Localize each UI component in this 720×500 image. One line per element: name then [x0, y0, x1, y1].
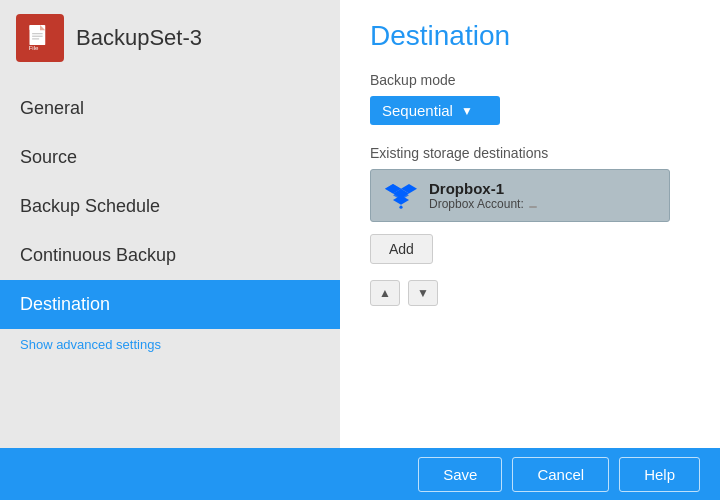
svg-point-13 — [399, 205, 402, 208]
sidebar-item-source[interactable]: Source — [0, 133, 340, 182]
show-advanced-settings-link[interactable]: Show advanced settings — [0, 329, 340, 360]
app-icon: File — [16, 14, 64, 62]
chevron-down-icon: ▼ — [461, 104, 473, 118]
sidebar-header: File BackupSet-3 — [0, 0, 340, 76]
panel-title: Destination — [370, 20, 690, 52]
sidebar-nav: General Source Backup Schedule Continuou… — [0, 84, 340, 360]
backup-mode-dropdown[interactable]: Sequential ▼ — [370, 96, 500, 125]
move-up-button[interactable]: ▲ — [370, 280, 400, 306]
add-storage-button[interactable]: Add — [370, 234, 433, 264]
account-value-blurred — [529, 206, 537, 208]
storage-info: Dropbox-1 Dropbox Account: — [429, 180, 537, 211]
storage-account: Dropbox Account: — [429, 197, 537, 211]
move-down-button[interactable]: ▼ — [408, 280, 438, 306]
sidebar-item-destination[interactable]: Destination — [0, 280, 340, 329]
svg-text:File: File — [29, 44, 39, 51]
backup-mode-value: Sequential — [382, 102, 453, 119]
right-panel: Destination Backup mode Sequential ▼ Exi… — [340, 0, 720, 448]
svg-marker-12 — [393, 195, 409, 205]
svg-rect-2 — [30, 25, 41, 30]
sidebar: File BackupSet-3 General Source Backup S… — [0, 0, 340, 448]
cancel-button[interactable]: Cancel — [512, 457, 609, 492]
backup-mode-label: Backup mode — [370, 72, 690, 88]
storage-item[interactable]: Dropbox-1 Dropbox Account: — [370, 169, 670, 222]
storage-label: Existing storage destinations — [370, 145, 690, 161]
storage-name: Dropbox-1 — [429, 180, 537, 197]
arrow-controls: ▲ ▼ — [370, 280, 690, 306]
dropbox-icon — [385, 182, 417, 210]
footer: Save Cancel Help — [0, 448, 720, 500]
help-button[interactable]: Help — [619, 457, 700, 492]
sidebar-title: BackupSet-3 — [76, 25, 202, 51]
sidebar-item-backup-schedule[interactable]: Backup Schedule — [0, 182, 340, 231]
sidebar-item-continuous-backup[interactable]: Continuous Backup — [0, 231, 340, 280]
save-button[interactable]: Save — [418, 457, 502, 492]
sidebar-item-general[interactable]: General — [0, 84, 340, 133]
backup-mode-dropdown-wrapper: Sequential ▼ — [370, 96, 690, 125]
account-prefix: Dropbox Account: — [429, 197, 524, 211]
